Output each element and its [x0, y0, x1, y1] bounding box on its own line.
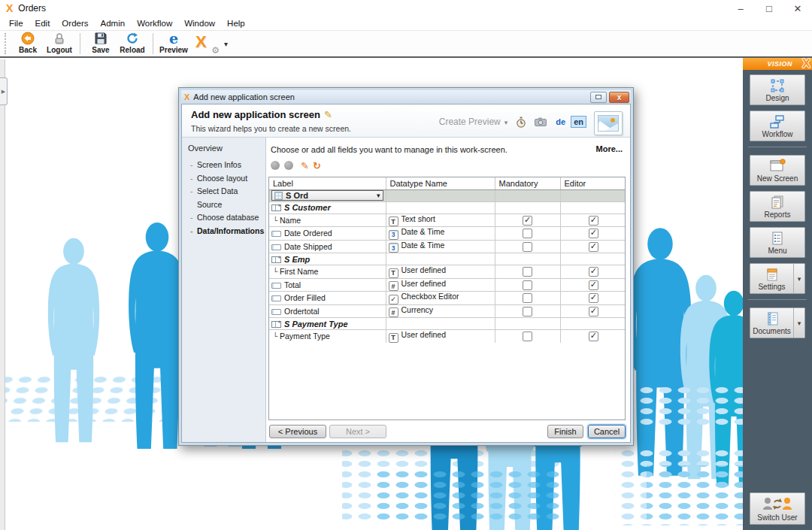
minimize-button[interactable]: –	[726, 0, 755, 17]
mandatory-checkbox[interactable]	[523, 242, 532, 252]
group-table-icon[interactable]	[271, 256, 281, 263]
collapsed-panel-tab[interactable]: ▶	[0, 77, 8, 105]
settings-button[interactable]: Settings ▾	[750, 263, 805, 294]
mandatory-checkbox[interactable]	[523, 280, 532, 290]
brand-x-button[interactable]: X ⚙	[195, 32, 218, 55]
editor-checkbox[interactable]	[589, 229, 598, 238]
table-row[interactable]: S Ord▾	[269, 189, 626, 201]
editor-checkbox[interactable]	[589, 267, 598, 277]
wizard-step-choose-layout[interactable]: Choose layout	[188, 172, 262, 186]
edit-pencil-icon[interactable]: ✎	[324, 109, 332, 120]
menu-workflow[interactable]: Workflow	[131, 19, 178, 28]
switch-user-button[interactable]: Switch User	[750, 492, 805, 525]
edit-field-icon[interactable]: ✎	[301, 160, 309, 171]
reload-button[interactable]: Reload	[117, 32, 148, 56]
table-row[interactable]: Order Filled✓Checkbox Editor	[269, 292, 626, 305]
menu-admin[interactable]: Admin	[95, 19, 132, 28]
dialog-restore-button[interactable]	[590, 92, 607, 103]
table-row[interactable]: Date Shipped3Date & Time	[269, 240, 626, 253]
column-header-datatype-name[interactable]: Datatype Name	[386, 177, 495, 189]
column-header-editor[interactable]: Editor	[560, 177, 626, 189]
field-label: Total	[284, 280, 301, 289]
wizard-step-choose-database[interactable]: Choose database	[188, 211, 262, 225]
mandatory-checkbox[interactable]	[523, 229, 532, 238]
table-row[interactable]: S Emp	[269, 253, 626, 265]
toolbar-separator	[80, 33, 80, 54]
add-field-icon[interactable]	[271, 161, 280, 170]
refresh-fields-icon[interactable]: ↻	[313, 160, 321, 171]
documents-dropdown-caret[interactable]: ▾	[793, 308, 804, 338]
toolbar-dropdown-caret[interactable]: ▾	[224, 40, 228, 48]
mandatory-checkbox[interactable]	[523, 216, 532, 226]
table-row[interactable]: S Customer	[269, 201, 626, 214]
new-screen-button[interactable]: New Screen	[750, 155, 805, 186]
back-button[interactable]: Back	[12, 32, 44, 56]
branch-icon: └	[273, 217, 277, 225]
next-button[interactable]: Next >	[329, 425, 386, 438]
finish-button[interactable]: Finish	[547, 425, 583, 438]
menu-edit[interactable]: Edit	[29, 19, 56, 28]
table-row[interactable]: Ordertotal#Currency	[269, 304, 626, 318]
table-source-combobox[interactable]: S Ord▾	[271, 190, 383, 201]
editor-checkbox[interactable]	[589, 242, 598, 252]
datatype-cell	[386, 253, 495, 265]
table-row[interactable]: └Payment TypeTUser defined	[269, 330, 626, 343]
editor-checkbox[interactable]	[589, 307, 598, 316]
dialog-close-button[interactable]: x	[609, 92, 629, 103]
menu-button[interactable]: Menu	[750, 227, 805, 258]
reports-button[interactable]: Reports	[750, 191, 805, 222]
datatype-cell: TUser defined	[386, 330, 495, 343]
mandatory-checkbox[interactable]	[523, 293, 532, 303]
preview-button[interactable]: e Preview	[158, 32, 189, 56]
group-table-icon[interactable]	[271, 321, 281, 328]
save-button[interactable]: Save	[85, 32, 117, 56]
table-row[interactable]: └NameTText short	[269, 214, 626, 227]
documents-button-main[interactable]: Documents	[750, 308, 793, 338]
wizard-step-data-informations[interactable]: Data/Informations	[188, 225, 262, 238]
menu-file[interactable]: File	[3, 19, 29, 28]
wizard-step-select-data-source[interactable]: Select Data Source	[188, 185, 262, 211]
datatype-name: User defined	[401, 330, 447, 339]
create-preview-label[interactable]: Create Preview	[439, 117, 501, 127]
language-en-button[interactable]: en	[571, 116, 586, 128]
logout-button[interactable]: Logout	[44, 32, 75, 56]
workflow-button[interactable]: Workflow	[750, 111, 805, 141]
wizard-step-screen-infos[interactable]: Screen Infos	[188, 159, 262, 172]
remove-field-icon[interactable]	[284, 161, 293, 170]
mandatory-checkbox[interactable]	[523, 332, 532, 341]
editor-checkbox[interactable]	[589, 293, 598, 303]
previous-button[interactable]: < Previous	[269, 425, 326, 438]
create-preview-caret[interactable]: ▾	[504, 119, 508, 126]
row-label-cell: Order Filled	[269, 292, 386, 305]
settings-dropdown-caret[interactable]: ▾	[793, 264, 804, 293]
stopwatch-icon[interactable]	[516, 117, 526, 128]
menu-orders[interactable]: Orders	[56, 19, 94, 28]
maximize-button[interactable]: □	[755, 0, 783, 17]
settings-button-main[interactable]: Settings	[750, 264, 793, 293]
editor-checkbox[interactable]	[589, 280, 598, 290]
documents-button[interactable]: Documents ▾	[750, 307, 805, 338]
editor-checkbox[interactable]	[589, 332, 598, 341]
column-header-label[interactable]: Label	[269, 177, 386, 189]
menu-help[interactable]: Help	[221, 19, 251, 28]
screen-preview-thumbnail-icon[interactable]	[594, 111, 623, 135]
dialog-titlebar[interactable]: X Add new application screen x	[181, 90, 631, 104]
editor-checkbox[interactable]	[589, 216, 598, 226]
table-row[interactable]: Total#User defined	[269, 278, 626, 292]
toolbar-gripper[interactable]	[5, 33, 8, 54]
language-de-button[interactable]: de	[556, 117, 565, 126]
column-header-mandatory[interactable]: Mandatory	[495, 177, 560, 189]
table-row[interactable]: └First NameTUser defined	[269, 265, 626, 279]
cancel-button[interactable]: Cancel	[588, 425, 626, 438]
mandatory-checkbox[interactable]	[523, 307, 532, 316]
close-button[interactable]: ✕	[783, 0, 812, 17]
more-link[interactable]: More...	[596, 144, 623, 153]
mandatory-checkbox[interactable]	[523, 267, 532, 277]
design-button[interactable]: Design	[750, 74, 805, 105]
table-row[interactable]: Date Ordered3Date & Time	[269, 227, 626, 241]
table-row[interactable]: S Payment Type	[269, 318, 626, 330]
group-table-icon[interactable]	[271, 204, 281, 211]
menu-window[interactable]: Window	[178, 19, 221, 28]
camera-icon[interactable]	[535, 117, 547, 126]
field-icon	[271, 231, 281, 237]
